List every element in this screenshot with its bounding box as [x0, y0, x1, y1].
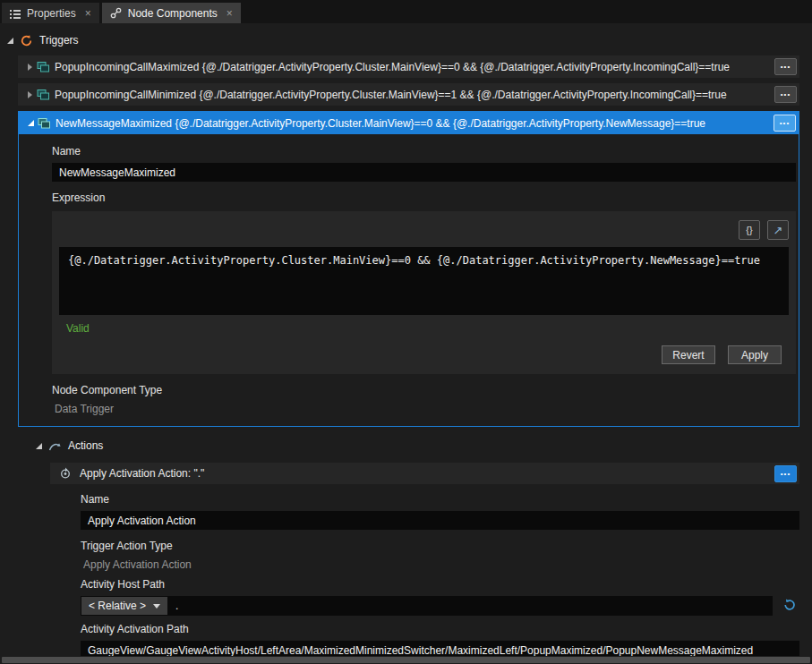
trigger-row-popupincomingcallmaximized[interactable]: PopupIncomingCallMaximized {@./Datatrigg…	[18, 55, 799, 78]
host-path-value: .	[167, 600, 178, 612]
selected-trigger-block: NewMessageMaximized {@./Datatrigger.Acti…	[18, 111, 799, 427]
actions-icon	[48, 440, 62, 452]
expression-toolbar: {} ↗	[59, 218, 789, 240]
row-menu-button[interactable]: •••	[774, 58, 797, 75]
scrollbar-thumb[interactable]	[2, 657, 810, 663]
trigger-row-newmessagemaximized[interactable]: NewMessageMaximized {@./Datatrigger.Acti…	[19, 112, 799, 134]
reset-path-button[interactable]	[780, 596, 799, 616]
trigger-row-label: NewMessageMaximized {@./Datatrigger.Acti…	[56, 117, 774, 130]
activity-host-path-field[interactable]: < Relative > .	[81, 596, 773, 616]
open-external-editor-button[interactable]: ↗	[767, 220, 789, 240]
action-name-input[interactable]: Apply Activation Action	[81, 511, 799, 530]
actions-section-title: Actions	[68, 439, 103, 452]
path-mode-value: < Relative >	[89, 600, 146, 612]
data-trigger-icon	[37, 89, 55, 101]
actions-section-header[interactable]: Actions	[36, 438, 812, 454]
revert-button[interactable]: Revert	[662, 345, 715, 364]
row-menu-button[interactable]: •••	[774, 115, 796, 132]
tab-bar: Properties × Node Components ×	[0, 0, 812, 23]
collapse-arrow-icon[interactable]	[24, 120, 38, 126]
trigger-row-label: PopupIncomingCallMaximized {@./Datatrigg…	[55, 61, 774, 73]
triggers-section-title: Triggers	[39, 34, 79, 47]
node-components-icon	[110, 7, 122, 19]
expression-input[interactable]: {@./Datatrigger.ActivityProperty.Cluster…	[59, 247, 789, 315]
validation-status: Valid	[66, 322, 789, 335]
close-icon[interactable]: ×	[85, 7, 91, 20]
node-component-type-value: Data Trigger	[52, 403, 796, 415]
expression-label: Expression	[52, 192, 796, 205]
refresh-icon	[782, 598, 797, 615]
action-row-label: Apply Activation Action: "."	[80, 467, 767, 480]
trigger-action-type-label: Trigger Action Type	[81, 540, 799, 553]
triggers-icon	[20, 34, 33, 47]
expand-arrow-icon[interactable]	[23, 91, 37, 98]
close-icon[interactable]: ×	[227, 7, 233, 20]
properties-list-icon	[10, 8, 21, 19]
row-menu-button[interactable]: •••	[774, 86, 797, 103]
activity-host-path-label: Activity Host Path	[81, 578, 799, 592]
action-row-apply-activation[interactable]: Apply Activation Action: "." •••	[50, 463, 799, 484]
expand-arrow-icon[interactable]	[23, 64, 37, 71]
expression-editor: {} ↗ {@./Datatrigger.ActivityProperty.Cl…	[52, 211, 796, 374]
tab-label: Properties	[27, 7, 76, 20]
data-trigger-icon	[38, 117, 56, 130]
triggers-section-header[interactable]: Triggers	[7, 32, 812, 48]
trigger-row-label: PopupIncomingCallMinimized {@./Datatrigg…	[55, 89, 774, 101]
name-label: Name	[52, 145, 796, 158]
horizontal-scrollbar[interactable]	[0, 656, 812, 664]
trigger-action-type-value: Apply Activation Action	[81, 558, 799, 571]
tab-node-components[interactable]: Node Components ×	[102, 3, 241, 23]
trigger-name-input[interactable]: NewMessageMaximized	[52, 163, 796, 182]
node-component-type-label: Node Component Type	[52, 384, 796, 397]
apply-activation-action-icon	[59, 467, 73, 480]
name-label: Name	[81, 493, 799, 507]
action-detail-panel: Name Apply Activation Action Trigger Act…	[81, 493, 799, 660]
activity-activation-path-label: Activity Activation Path	[81, 623, 799, 636]
action-menu-button[interactable]: •••	[774, 465, 797, 482]
trigger-rows: PopupIncomingCallMaximized {@./Datatrigg…	[18, 55, 799, 427]
expression-buttons: Revert Apply	[59, 345, 789, 364]
chevron-down-icon	[153, 604, 160, 609]
collapse-triangle-icon[interactable]	[36, 443, 42, 449]
data-trigger-icon	[37, 61, 55, 73]
activity-host-path-row: < Relative > .	[81, 596, 799, 616]
path-mode-dropdown[interactable]: < Relative >	[81, 597, 167, 615]
collapse-triangle-icon[interactable]	[7, 38, 13, 44]
trigger-detail-panel: Name NewMessageMaximized Expression {} ↗…	[19, 134, 799, 426]
apply-button[interactable]: Apply	[728, 345, 782, 364]
tab-label: Node Components	[128, 7, 218, 20]
insert-braces-button[interactable]: {}	[739, 220, 760, 240]
trigger-row-popupincomingcallminimized[interactable]: PopupIncomingCallMinimized {@./Datatrigg…	[18, 83, 799, 106]
tab-properties[interactable]: Properties ×	[2, 3, 99, 23]
